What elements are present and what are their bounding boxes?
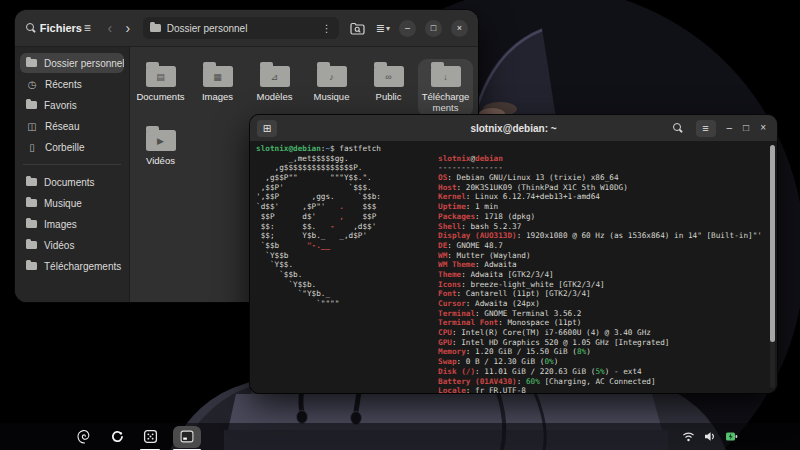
chevron-down-icon: ▾ (386, 24, 390, 33)
folder-template-icon: ⊿ (260, 66, 290, 87)
folder-music-icon: ♪ (317, 66, 347, 87)
path-bar[interactable]: Dossier personnel ⋮ (143, 17, 339, 39)
folder-label: Modèles (248, 91, 301, 102)
terminal-scrollbar[interactable] (770, 145, 775, 388)
dock (74, 426, 201, 448)
debian-logo-icon (77, 429, 92, 444)
fastfetch-info: slotnix@debian--------------OS: Debian G… (438, 154, 762, 393)
sidebar-item-label: Images (44, 219, 77, 230)
folder-download-icon: ↓ (431, 66, 461, 87)
search-in-folder-button[interactable] (350, 22, 365, 35)
folder-label: Téléchargements (419, 91, 472, 113)
folder-label: Images (191, 91, 244, 102)
shell-prompt-line: slotnix@debian:~$ fastfetch (256, 144, 381, 154)
forward-button[interactable]: › (119, 21, 137, 35)
folder-label: Musique (305, 91, 358, 102)
scrollbar-thumb[interactable] (770, 145, 775, 342)
terminal-content[interactable]: slotnix@debian:~$ fastfetch _,met$$$$$gg… (250, 141, 777, 393)
terminal-app-button[interactable] (173, 426, 201, 448)
back-button[interactable]: ‹ (101, 21, 119, 35)
desktop: Fichiers ≡ ‹ › Dossier personnel ⋮ (0, 0, 800, 450)
folder-icon (26, 220, 37, 228)
sidebar-item[interactable]: ◷Récents (20, 74, 124, 94)
network-icon: ◫ (26, 121, 38, 132)
download-glyph: ↓ (431, 66, 461, 87)
music-glyph: ♪ (317, 66, 347, 87)
trash-icon: ▯ (26, 142, 38, 153)
document-glyph: ▤ (146, 66, 176, 87)
folder-item[interactable]: ∞Public (361, 59, 416, 117)
image-glyph: ▦ (203, 66, 233, 87)
terminal-app-icon (179, 429, 195, 444)
terminal-maximize-button[interactable]: □ (743, 123, 749, 133)
sidebar-item[interactable]: Images (20, 214, 124, 234)
terminal-headerbar: ⊞ slotnix@debian: ~ ≡ – □ × (250, 115, 777, 142)
sidebar-item[interactable]: Documents (20, 172, 124, 192)
path-kebab-menu-icon[interactable]: ⋮ (322, 23, 332, 34)
terminal-window: ⊞ slotnix@debian: ~ ≡ – □ × slotnix@debi… (250, 115, 777, 393)
folder-item[interactable]: ▦Images (190, 59, 245, 117)
sidebar-item-label: Musique (44, 198, 82, 209)
folder-label: Public (362, 91, 415, 102)
folder-item[interactable]: ▤Documents (133, 59, 188, 117)
sidebar-item[interactable]: Dossier personnel (20, 53, 124, 73)
current-path-label: Dossier personnel (167, 23, 316, 34)
volume-icon (704, 431, 716, 442)
search-icon[interactable] (25, 22, 38, 35)
search-in-folder-icon (350, 22, 365, 35)
circular-arrow-app-button[interactable] (107, 426, 127, 448)
circular-arrow-icon (110, 430, 124, 444)
terminal-close-button[interactable]: × (760, 123, 766, 133)
sidebar-item[interactable]: Musique (20, 193, 124, 213)
terminal-menu-icon[interactable]: ≡ (696, 120, 716, 137)
folder-video-icon: ▶ (146, 130, 176, 151)
folder-document-icon: ▤ (146, 66, 176, 87)
files-sidebar: Dossier personnel◷RécentsFavoris◫Réseau▯… (15, 47, 130, 302)
sidebar-item-label: Téléchargements (44, 261, 121, 272)
sidebar-item-label: Récents (45, 79, 82, 90)
new-tab-button[interactable]: ⊞ (257, 120, 277, 137)
sidebar-item[interactable]: Vidéos (20, 235, 124, 255)
battery-charging-icon (725, 431, 738, 442)
minimize-button[interactable]: – (399, 20, 416, 37)
hamburger-menu-icon[interactable]: ≡ (84, 21, 91, 35)
terminal-minimize-button[interactable]: – (727, 123, 733, 133)
clock-icon: ◷ (26, 79, 38, 90)
folder-item[interactable]: ♪Musique (304, 59, 359, 117)
sidebar-separator (23, 164, 121, 165)
folder-item[interactable]: ▶Vidéos (133, 123, 188, 170)
folder-item[interactable]: ↓Téléchargements (418, 59, 473, 117)
fastfetch-ascii-art: _,met$$$$$gg. ,g$$$$$$$$$$$$$$$P. ,g$$P"… (256, 154, 381, 309)
share-glyph: ∞ (374, 66, 404, 87)
folder-icon (150, 24, 161, 32)
sidebar-item[interactable]: Favoris (20, 95, 124, 115)
folder-icon (26, 241, 37, 249)
video-glyph: ▶ (146, 130, 176, 151)
sidebar-item[interactable]: ◫Réseau (20, 116, 124, 136)
files-headerbar: Fichiers ≡ ‹ › Dossier personnel ⋮ (15, 10, 478, 47)
files-app-button[interactable] (140, 426, 160, 448)
bottom-panel (0, 423, 800, 450)
folder-label: Documents (134, 91, 187, 102)
close-button[interactable]: × (451, 20, 468, 37)
folder-share-icon: ∞ (374, 66, 404, 87)
sidebar-item-label: Favoris (44, 100, 77, 111)
sidebar-item[interactable]: ▯Corbeille (20, 137, 124, 157)
wifi-icon (682, 431, 695, 442)
maximize-button[interactable]: □ (425, 20, 442, 37)
system-tray[interactable] (682, 431, 738, 442)
sidebar-item[interactable]: Téléchargements (20, 256, 124, 276)
folder-item[interactable]: ⊿Modèles (247, 59, 302, 117)
folder-icon (26, 199, 37, 207)
folder-icon (26, 178, 37, 186)
list-view-button[interactable]: ≣ ▾ (376, 22, 390, 35)
debian-menu-button[interactable] (74, 426, 94, 448)
folder-icon (26, 262, 37, 270)
folder-icon (26, 59, 37, 67)
list-view-icon: ≣ (376, 22, 384, 35)
template-glyph: ⊿ (260, 66, 290, 87)
sidebar-item-label: Corbeille (45, 142, 84, 153)
terminal-search-icon[interactable] (672, 122, 685, 135)
sidebar-item-label: Réseau (45, 121, 79, 132)
folder-icon (26, 101, 37, 109)
